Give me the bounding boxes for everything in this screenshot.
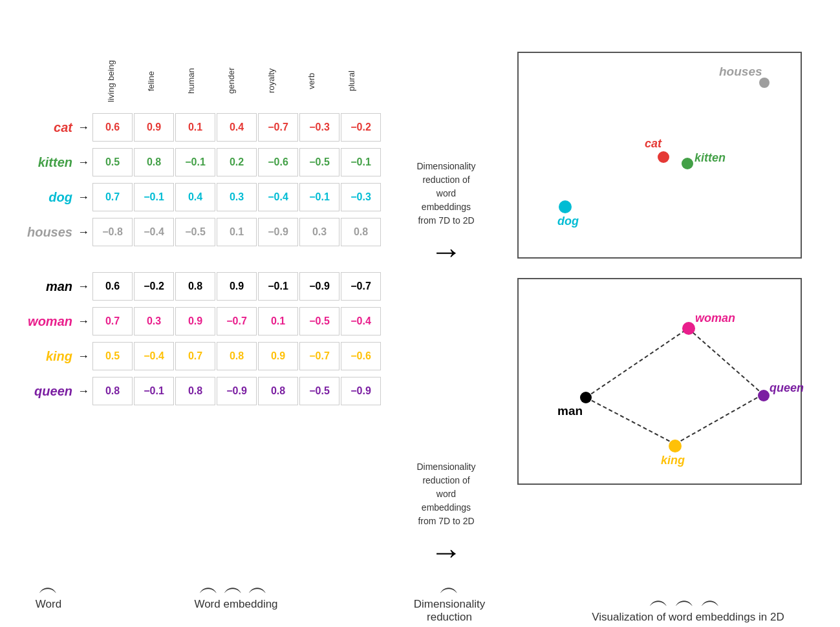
cell-houses-3: 0.1 [217,218,257,246]
col-header-gender: gender [211,52,251,110]
cell-man-6: −0.7 [341,272,381,301]
svg-line-0 [586,328,688,398]
cell-queen-2: 0.8 [175,377,215,405]
scatter-svg [519,279,801,484]
cell-houses-1: −0.4 [134,218,174,246]
cell-man-2: 0.8 [175,272,215,301]
cell-cat-4: −0.7 [258,113,298,142]
cell-man-3: 0.9 [217,272,257,301]
word-label-woman: woman [6,314,78,329]
embedding-cells-woman: 0.7 0.3 0.9 −0.7 0.1 −0.5 −0.4 [92,306,382,336]
scatter-plot-2: man woman king queen [517,278,802,485]
cell-woman-4: 0.1 [258,307,298,335]
label-dim-reduction: Dimensionalityreduction [414,598,486,624]
embedding-cells-queen: 0.8 −0.1 0.8 −0.9 0.8 −0.5 −0.9 [92,376,382,406]
left-panel: living being feline human gender royalty… [6,13,382,621]
right-section: houses cat kitten dog [511,13,821,621]
arrow-right-top: → [430,233,462,270]
arrow-man: → [78,280,89,293]
cell-queen-1: −0.1 [134,377,174,405]
word-label-dog: dog [6,190,78,205]
cell-cat-6: −0.2 [341,113,381,142]
top-embedding-section: living being feline human gender royalty… [6,52,382,252]
cell-king-0: 0.5 [92,342,133,370]
cell-dog-2: 0.4 [175,183,215,211]
brace-word: ︵ [39,578,58,595]
cell-kitten-4: −0.6 [258,148,298,176]
label-word: Word [36,598,61,611]
dot-cat [658,151,669,163]
embedding-cells-houses: −0.8 −0.4 −0.5 0.1 −0.9 0.3 0.8 [92,217,382,247]
cell-cat-5: −0.3 [299,113,339,142]
brace-dim-reduction-group: ︵ Dimensionalityreduction [382,578,517,624]
dot-label-woman: woman [695,312,735,325]
arrow-houses: → [78,226,89,239]
cell-king-3: 0.8 [217,342,257,370]
word-label-kitten: kitten [6,155,78,170]
label-visualization: Visualization of word embeddings in 2D [592,611,784,624]
dot-kitten [682,158,693,169]
word-label-houses: houses [6,225,78,240]
cell-woman-1: 0.3 [134,307,174,335]
cell-kitten-2: −0.1 [175,148,215,176]
cell-houses-6: 0.8 [341,218,381,246]
word-row-man: man → 0.6 −0.2 0.8 0.9 −0.1 −0.9 −0.7 [6,271,382,301]
word-label-cat: cat [6,120,78,135]
cell-cat-3: 0.4 [217,113,257,142]
col-header-feline: feline [131,52,171,110]
cell-king-6: −0.6 [341,342,381,370]
cell-woman-5: −0.5 [299,307,339,335]
word-label-man: man [6,279,78,294]
word-row-cat: cat → 0.6 0.9 0.1 0.4 −0.7 −0.3 −0.2 [6,112,382,142]
bottom-embedding-section: man → 0.6 −0.2 0.8 0.9 −0.1 −0.9 −0.7 wo… [6,271,382,411]
cell-houses-4: −0.9 [258,218,298,246]
col-header-living-being: living being [91,52,131,110]
dot-houses [759,78,770,88]
dot-label-dog: dog [557,215,579,228]
word-row-dog: dog → 0.7 −0.1 0.4 0.3 −0.4 −0.1 −0.3 [6,182,382,212]
dot-label-houses: houses [719,65,762,79]
embedding-cells-king: 0.5 −0.4 0.7 0.8 0.9 −0.7 −0.6 [92,341,382,371]
brace-visualization: ︵︵︵ [543,591,834,608]
cell-woman-0: 0.7 [92,307,133,335]
dim-text-top: Dimensionalityreduction ofwordembeddings… [416,160,475,228]
word-row-king: king → 0.5 −0.4 0.7 0.8 0.9 −0.7 −0.6 [6,341,382,371]
embedding-cells-dog: 0.7 −0.1 0.4 0.3 −0.4 −0.1 −0.3 [92,182,382,212]
cell-dog-0: 0.7 [92,183,133,211]
cell-kitten-3: 0.2 [217,148,257,176]
word-row-houses: houses → −0.8 −0.4 −0.5 0.1 −0.9 0.3 0.8 [6,217,382,247]
cell-king-5: −0.7 [299,342,339,370]
dot-king [669,440,682,452]
cell-woman-6: −0.4 [341,307,381,335]
col-header-royalty: royalty [251,52,291,110]
cell-kitten-6: −0.1 [341,148,381,176]
col-header-human: human [171,52,211,110]
cell-dog-1: −0.1 [134,183,174,211]
cell-dog-5: −0.1 [299,183,339,211]
dot-queen [758,390,770,401]
arrow-cat: → [78,121,89,134]
cell-cat-0: 0.6 [92,113,133,142]
cell-dog-6: −0.3 [341,183,381,211]
cell-queen-6: −0.9 [341,377,381,405]
dot-dog [559,200,572,213]
word-label-king: king [6,349,78,364]
arrow-dog: → [78,191,89,204]
cell-dog-4: −0.4 [258,183,298,211]
svg-line-1 [586,398,675,444]
dim-reduction-bottom: Dimensionalityreduction ofwordembeddings… [416,460,475,571]
dot-woman [682,322,695,335]
dot-label-king: king [661,454,685,467]
cell-man-5: −0.9 [299,272,339,301]
embedding-cells-kitten: 0.5 0.8 −0.1 0.2 −0.6 −0.5 −0.1 [92,147,382,177]
dot-label-kitten: kitten [695,151,726,165]
dot-man [580,392,592,403]
brace-embedding: ︵︵︵ [91,578,382,595]
arrow-king: → [78,350,89,363]
svg-line-3 [675,394,763,444]
cell-kitten-0: 0.5 [92,148,133,176]
cell-cat-2: 0.1 [175,113,215,142]
brace-visualization-group: ︵︵︵ Visualization of word embeddings in … [543,591,834,624]
word-row-kitten: kitten → 0.5 0.8 −0.1 0.2 −0.6 −0.5 −0.1 [6,147,382,177]
cell-man-4: −0.1 [258,272,298,301]
